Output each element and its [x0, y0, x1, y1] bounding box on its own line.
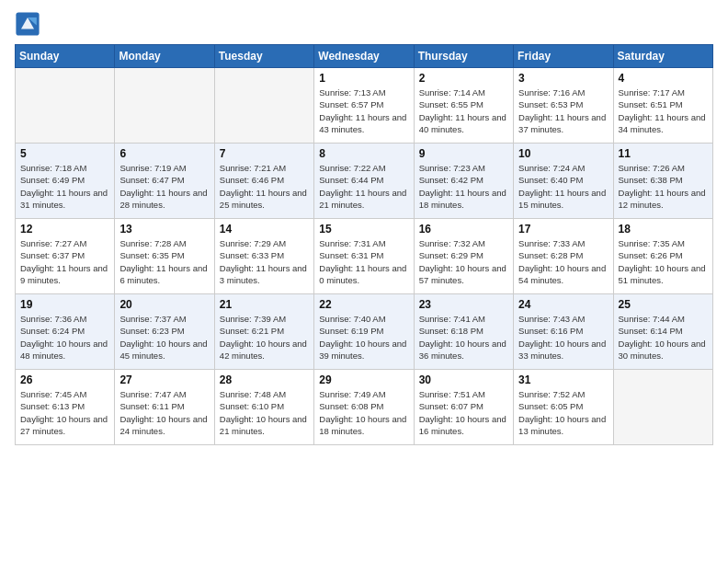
calendar-week-row: 5Sunrise: 7:18 AMSunset: 6:49 PMDaylight…: [16, 144, 713, 219]
day-number: 28: [220, 373, 309, 386]
day-number: 2: [419, 72, 508, 85]
logo-icon: [15, 11, 40, 37]
day-info: Sunrise: 7:24 AMSunset: 6:40 PMDaylight:…: [518, 162, 608, 211]
day-info: Sunrise: 7:13 AMSunset: 6:57 PMDaylight:…: [319, 86, 408, 135]
calendar-cell: 19Sunrise: 7:36 AMSunset: 6:24 PMDayligh…: [16, 294, 115, 370]
day-number: 12: [20, 223, 109, 236]
day-info: Sunrise: 7:41 AMSunset: 6:18 PMDaylight:…: [419, 313, 508, 362]
day-info: Sunrise: 7:33 AMSunset: 6:28 PMDaylight:…: [518, 237, 608, 286]
calendar-week-row: 1Sunrise: 7:13 AMSunset: 6:57 PMDaylight…: [16, 68, 713, 144]
calendar-cell: 29Sunrise: 7:49 AMSunset: 6:08 PMDayligh…: [314, 370, 414, 445]
calendar-cell: 22Sunrise: 7:40 AMSunset: 6:19 PMDayligh…: [314, 294, 414, 370]
day-number: 8: [319, 147, 408, 160]
day-info: Sunrise: 7:43 AMSunset: 6:16 PMDaylight:…: [518, 313, 608, 362]
calendar-cell: [214, 68, 313, 144]
calendar-weekday-friday: Friday: [514, 45, 613, 68]
day-info: Sunrise: 7:36 AMSunset: 6:24 PMDaylight:…: [20, 313, 109, 362]
calendar-cell: 20Sunrise: 7:37 AMSunset: 6:23 PMDayligh…: [115, 294, 214, 370]
day-number: 27: [119, 373, 209, 386]
day-number: 24: [518, 298, 608, 311]
calendar-cell: 15Sunrise: 7:31 AMSunset: 6:31 PMDayligh…: [314, 219, 414, 294]
calendar-weekday-monday: Monday: [115, 45, 214, 68]
day-number: 17: [518, 223, 608, 236]
day-number: 18: [619, 223, 708, 236]
day-number: 26: [20, 373, 109, 386]
day-number: 11: [619, 147, 708, 160]
header: [15, 11, 713, 37]
day-info: Sunrise: 7:14 AMSunset: 6:55 PMDaylight:…: [419, 86, 508, 135]
day-info: Sunrise: 7:22 AMSunset: 6:44 PMDaylight:…: [319, 162, 408, 211]
day-info: Sunrise: 7:29 AMSunset: 6:33 PMDaylight:…: [220, 237, 309, 286]
day-number: 10: [518, 147, 608, 160]
day-info: Sunrise: 7:23 AMSunset: 6:42 PMDaylight:…: [419, 162, 508, 211]
day-info: Sunrise: 7:26 AMSunset: 6:38 PMDaylight:…: [619, 162, 708, 211]
day-number: 22: [319, 298, 408, 311]
calendar-week-row: 26Sunrise: 7:45 AMSunset: 6:13 PMDayligh…: [16, 370, 713, 445]
day-number: 31: [518, 373, 608, 386]
calendar-week-row: 19Sunrise: 7:36 AMSunset: 6:24 PMDayligh…: [16, 294, 713, 370]
calendar-weekday-sunday: Sunday: [16, 45, 115, 68]
day-info: Sunrise: 7:48 AMSunset: 6:10 PMDaylight:…: [220, 388, 309, 437]
calendar-weekday-saturday: Saturday: [613, 45, 712, 68]
day-number: 14: [220, 223, 309, 236]
day-number: 5: [20, 147, 109, 160]
calendar-week-row: 12Sunrise: 7:27 AMSunset: 6:37 PMDayligh…: [16, 219, 713, 294]
day-info: Sunrise: 7:51 AMSunset: 6:07 PMDaylight:…: [419, 388, 508, 437]
day-info: Sunrise: 7:28 AMSunset: 6:35 PMDaylight:…: [119, 237, 209, 286]
calendar-cell: 31Sunrise: 7:52 AMSunset: 6:05 PMDayligh…: [514, 370, 613, 445]
day-number: 25: [619, 298, 708, 311]
calendar-weekday-wednesday: Wednesday: [314, 45, 414, 68]
calendar-cell: [115, 68, 214, 144]
day-number: 13: [119, 223, 209, 236]
day-info: Sunrise: 7:31 AMSunset: 6:31 PMDaylight:…: [319, 237, 408, 286]
day-number: 30: [419, 373, 508, 386]
calendar-weekday-tuesday: Tuesday: [214, 45, 313, 68]
calendar-cell: [16, 68, 115, 144]
calendar-cell: 16Sunrise: 7:32 AMSunset: 6:29 PMDayligh…: [414, 219, 513, 294]
calendar-cell: 30Sunrise: 7:51 AMSunset: 6:07 PMDayligh…: [414, 370, 513, 445]
calendar-cell: 8Sunrise: 7:22 AMSunset: 6:44 PMDaylight…: [314, 144, 414, 219]
day-number: 20: [119, 298, 209, 311]
day-number: 9: [419, 147, 508, 160]
calendar-cell: 5Sunrise: 7:18 AMSunset: 6:49 PMDaylight…: [16, 144, 115, 219]
calendar-cell: 13Sunrise: 7:28 AMSunset: 6:35 PMDayligh…: [115, 219, 214, 294]
day-info: Sunrise: 7:16 AMSunset: 6:53 PMDaylight:…: [518, 86, 608, 135]
day-info: Sunrise: 7:35 AMSunset: 6:26 PMDaylight:…: [619, 237, 708, 286]
calendar-cell: 18Sunrise: 7:35 AMSunset: 6:26 PMDayligh…: [613, 219, 712, 294]
day-number: 7: [220, 147, 309, 160]
calendar-cell: 24Sunrise: 7:43 AMSunset: 6:16 PMDayligh…: [514, 294, 613, 370]
calendar-cell: 3Sunrise: 7:16 AMSunset: 6:53 PMDaylight…: [514, 68, 613, 144]
day-info: Sunrise: 7:45 AMSunset: 6:13 PMDaylight:…: [20, 388, 109, 437]
day-info: Sunrise: 7:39 AMSunset: 6:21 PMDaylight:…: [220, 313, 309, 362]
day-info: Sunrise: 7:18 AMSunset: 6:49 PMDaylight:…: [20, 162, 109, 211]
page: SundayMondayTuesdayWednesdayThursdayFrid…: [0, 0, 728, 563]
day-number: 16: [419, 223, 508, 236]
day-number: 23: [419, 298, 508, 311]
day-info: Sunrise: 7:40 AMSunset: 6:19 PMDaylight:…: [319, 313, 408, 362]
day-number: 4: [619, 72, 708, 85]
day-number: 19: [20, 298, 109, 311]
calendar-cell: 25Sunrise: 7:44 AMSunset: 6:14 PMDayligh…: [613, 294, 712, 370]
calendar-header-row: SundayMondayTuesdayWednesdayThursdayFrid…: [16, 45, 713, 68]
calendar-cell: 1Sunrise: 7:13 AMSunset: 6:57 PMDaylight…: [314, 68, 414, 144]
calendar-cell: [613, 370, 712, 445]
calendar-cell: 10Sunrise: 7:24 AMSunset: 6:40 PMDayligh…: [514, 144, 613, 219]
calendar-cell: 28Sunrise: 7:48 AMSunset: 6:10 PMDayligh…: [214, 370, 313, 445]
calendar-cell: 6Sunrise: 7:19 AMSunset: 6:47 PMDaylight…: [115, 144, 214, 219]
calendar-cell: 21Sunrise: 7:39 AMSunset: 6:21 PMDayligh…: [214, 294, 313, 370]
calendar-table: SundayMondayTuesdayWednesdayThursdayFrid…: [15, 44, 713, 445]
day-info: Sunrise: 7:17 AMSunset: 6:51 PMDaylight:…: [619, 86, 708, 135]
calendar-cell: 17Sunrise: 7:33 AMSunset: 6:28 PMDayligh…: [514, 219, 613, 294]
day-number: 15: [319, 223, 408, 236]
day-number: 29: [319, 373, 408, 386]
calendar-cell: 2Sunrise: 7:14 AMSunset: 6:55 PMDaylight…: [414, 68, 513, 144]
day-info: Sunrise: 7:32 AMSunset: 6:29 PMDaylight:…: [419, 237, 508, 286]
calendar-weekday-thursday: Thursday: [414, 45, 513, 68]
calendar-cell: 11Sunrise: 7:26 AMSunset: 6:38 PMDayligh…: [613, 144, 712, 219]
day-number: 1: [319, 72, 408, 85]
calendar-cell: 7Sunrise: 7:21 AMSunset: 6:46 PMDaylight…: [214, 144, 313, 219]
day-info: Sunrise: 7:21 AMSunset: 6:46 PMDaylight:…: [220, 162, 309, 211]
day-info: Sunrise: 7:52 AMSunset: 6:05 PMDaylight:…: [518, 388, 608, 437]
day-number: 6: [119, 147, 209, 160]
logo: [15, 11, 44, 37]
